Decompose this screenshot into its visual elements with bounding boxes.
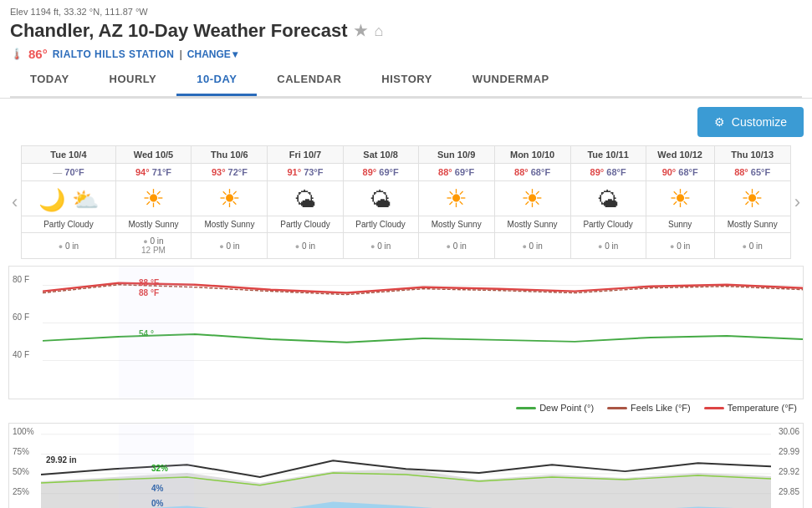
y-label-40: 40 F (13, 350, 29, 359)
y-left-100: 100% (13, 427, 34, 436)
weather-icon-cell: ☀ (115, 181, 192, 216)
tab-history[interactable]: HISTORY (361, 64, 452, 96)
temp-row: 88° 68°F (494, 164, 570, 181)
temp-row: 89° 69°F (343, 164, 418, 181)
weather-desc-cell: Mostly Sunny (494, 216, 570, 233)
weather-icon-cell: ☀ (494, 181, 570, 216)
weather-icon-cell: 🌤 (268, 181, 343, 216)
temp-row: 94° 71°F (115, 164, 192, 181)
precip-cell: ● 0 in (192, 233, 268, 259)
precip-chart-area: 100% 75% 50% 25% 0% 30.06 29.99 29.92 29… (8, 423, 804, 508)
temp-row: 93° 72°F (192, 164, 268, 181)
y-right-2999: 29.99 (779, 447, 799, 456)
favorite-icon[interactable]: ★ (354, 22, 367, 40)
tab-today[interactable]: TODAY (10, 64, 89, 96)
y-label-80: 80 F (13, 275, 29, 284)
y-left-50: 50% (13, 467, 29, 476)
temp-row: 88° 69°F (418, 164, 494, 181)
weather-desc-cell: Mostly Sunny (714, 216, 790, 233)
weather-desc-cell: Partly Cloudy (22, 216, 115, 233)
y-right-2992: 29.92 (779, 467, 799, 476)
weather-desc-cell: Partly Cloudy (343, 216, 418, 233)
change-label: CHANGE (187, 48, 231, 60)
page-header: Elev 1194 ft, 33.32 °N, 111.87 °W Chandl… (0, 0, 812, 99)
weather-icon-cell: ☀ (714, 181, 790, 216)
y-label-60: 60 F (13, 312, 29, 322)
weather-desc-cell: Sunny (646, 216, 714, 233)
change-button[interactable]: CHANGE ▾ (187, 48, 237, 60)
legend-temperature-label: Temperature (°F) (728, 403, 797, 413)
weather-icon-cell: ☀ (192, 181, 268, 216)
gear-icon: ⚙ (714, 115, 725, 129)
legend-temperature-color (704, 407, 724, 409)
customize-button[interactable]: ⚙ Customize (697, 107, 804, 137)
page-title: Chandler, AZ 10-Day Weather Forecast ★ ⌂ (10, 20, 802, 42)
main-content: ⚙ Customize ‹ Tue 10/4Wed 10/5Thu 10/6Fr… (0, 99, 812, 508)
annotation-32pct: 32% (151, 464, 168, 473)
tab-hourly[interactable]: HOURLY (89, 64, 177, 96)
chevron-down-icon: ▾ (232, 48, 237, 60)
annotation-4pct: 4% (151, 484, 163, 493)
day-header: Fri 10/7 (268, 146, 343, 164)
legend-dew-point-color (516, 407, 536, 409)
temperature-chart-area: 80 F 60 F 40 F 88 °F 88 °F 54 ° (8, 266, 804, 416)
forecast-navigation: ‹ Tue 10/4Wed 10/5Thu 10/6Fri 10/7Sat 10… (8, 145, 804, 259)
precip-cell: ● 0 in (714, 233, 790, 259)
home-icon[interactable]: ⌂ (374, 23, 383, 40)
customize-label: Customize (732, 115, 787, 129)
weather-icon-cell: ☀ (646, 181, 714, 216)
station-name[interactable]: RIALTO HILLS STATION (53, 48, 175, 60)
day-header: Thu 10/6 (192, 146, 268, 164)
day-header: Thu 10/13 (714, 146, 790, 164)
precip-cell: ● 0 in (22, 233, 115, 259)
weather-desc-cell: Mostly Sunny (418, 216, 494, 233)
weather-station-icon: 🌡️ (10, 48, 23, 60)
temp-row: — 70°F (22, 164, 115, 181)
annotation-pressure: 29.92 in (46, 455, 77, 465)
separator: | (179, 48, 181, 60)
day-header: Tue 10/11 (570, 146, 646, 164)
legend-temperature: Temperature (°F) (704, 403, 797, 413)
y-left-75: 75% (13, 447, 29, 456)
legend-feels-like-label: Feels Like (°F) (631, 403, 691, 413)
temp-row: 91° 73°F (268, 164, 343, 181)
precip-cell: ● 0 in12 PM (115, 233, 192, 259)
precip-cell: ● 0 in (494, 233, 570, 259)
next-arrow[interactable]: › (791, 191, 804, 213)
day-header: Wed 10/12 (646, 146, 714, 164)
precip-cell: ● 0 in (268, 233, 343, 259)
legend-feels-like: Feels Like (°F) (607, 403, 691, 413)
highlight-column (119, 267, 194, 399)
tab-calendar[interactable]: CALENDAR (257, 64, 361, 96)
customize-area: ⚙ Customize (8, 107, 804, 137)
weather-icon-cell: 🌙 ⛅ (22, 181, 115, 216)
tab-wundermap[interactable]: WUNDERMAP (452, 64, 569, 96)
forecast-days-wrap: Tue 10/4Wed 10/5Thu 10/6Fri 10/7Sat 10/8… (21, 145, 790, 259)
forecast-table: Tue 10/4Wed 10/5Thu 10/6Fri 10/7Sat 10/8… (21, 145, 790, 259)
elevation-info: Elev 1194 ft, 33.32 °N, 111.87 °W (10, 7, 802, 17)
weather-desc-cell: Mostly Sunny (192, 216, 268, 233)
current-temp: 86° (28, 47, 48, 61)
y-left-25: 25% (13, 487, 29, 496)
temp-row: 90° 68°F (646, 164, 714, 181)
y-right-3006: 30.06 (779, 427, 799, 436)
precip-cell: ● 0 in (418, 233, 494, 259)
day-header: Sun 10/9 (418, 146, 494, 164)
day-header: Mon 10/10 (494, 146, 570, 164)
prev-arrow[interactable]: ‹ (8, 191, 21, 213)
station-row: 🌡️ 86° RIALTO HILLS STATION | CHANGE ▾ (10, 42, 802, 61)
precip-cell: ● 0 in (570, 233, 646, 259)
legend-dew-point: Dew Point (°) (516, 403, 594, 413)
legend-feels-like-color (607, 407, 627, 409)
title-text: Chandler, AZ 10-Day Weather Forecast (10, 20, 347, 42)
y-right-2985: 29.85 (779, 487, 799, 496)
day-header: Wed 10/5 (115, 146, 192, 164)
weather-icon-cell: 🌤 (570, 181, 646, 216)
chart-legend: Dew Point (°) Feels Like (°F) Temperatur… (8, 399, 804, 416)
temp-row: 88° 65°F (714, 164, 790, 181)
weather-desc-cell: Mostly Sunny (115, 216, 192, 233)
tab-10-day[interactable]: 10-DAY (176, 64, 257, 96)
temp-row: 89° 68°F (570, 164, 646, 181)
precip-cell: ● 0 in (343, 233, 418, 259)
legend-dew-point-label: Dew Point (°) (539, 403, 594, 413)
